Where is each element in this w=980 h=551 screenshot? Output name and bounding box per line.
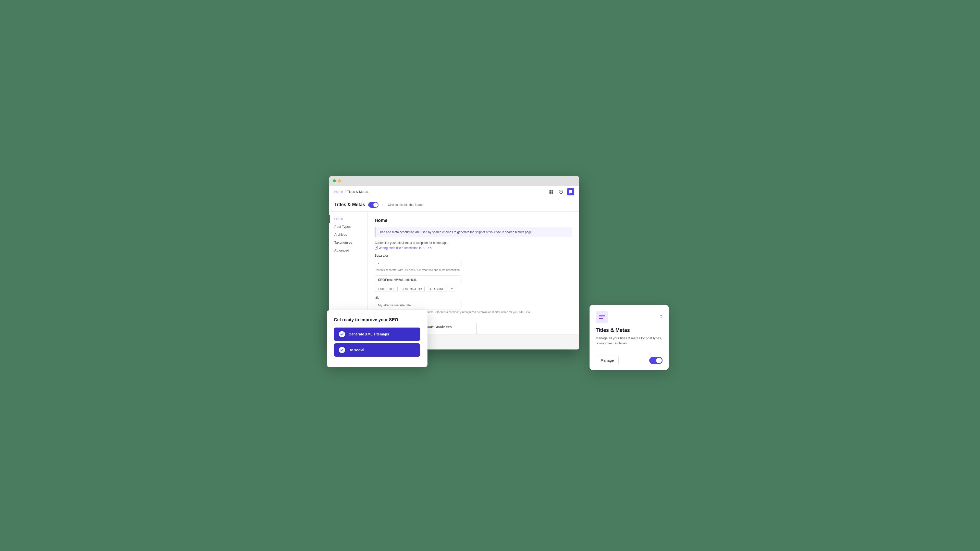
question-mark-icon[interactable]: ?	[660, 314, 662, 320]
breadcrumb: Home / Titles & Metas	[334, 190, 368, 194]
grid-icon[interactable]	[548, 188, 555, 195]
content-heading: Home	[375, 218, 572, 223]
generate-xml-label: Generate XML sitemaps	[348, 332, 389, 336]
wrong-meta-text: Wrong meta title / description in SERP?	[379, 246, 433, 250]
info-box: Title and meta description are used by s…	[375, 227, 572, 237]
be-social-label: Be social	[348, 348, 364, 352]
svg-rect-3	[552, 192, 553, 194]
plus-icon-3: +	[430, 287, 431, 291]
generate-xml-item[interactable]: Generate XML sitemaps	[334, 327, 420, 341]
plus-icon: +	[377, 287, 379, 291]
sidebar-item-taxonomies[interactable]: Taxonomies	[329, 238, 367, 246]
check-icon-2	[339, 347, 345, 353]
svg-rect-1	[552, 190, 553, 192]
card-icon-box	[596, 311, 608, 323]
svg-rect-0	[549, 190, 551, 192]
topbar-icons: ?	[548, 188, 574, 195]
alt-title-label: title	[375, 296, 572, 300]
card-bottom: Manage	[590, 351, 669, 370]
site-title-label: SITE TITLE	[380, 287, 395, 291]
list-icon	[599, 315, 605, 319]
breadcrumb-current: Titles & Metas	[347, 190, 368, 194]
card-description: Manage all your titles & metas for post …	[596, 336, 662, 346]
card-title: Titles & Metas	[596, 327, 662, 333]
toggle-arrow: ←	[382, 203, 385, 206]
help-icon[interactable]: ?	[557, 188, 565, 195]
alt-title-input[interactable]	[375, 301, 461, 310]
svg-rect-2	[549, 192, 551, 194]
svg-text:?: ?	[560, 191, 562, 193]
card-toggle[interactable]	[649, 357, 662, 364]
traffic-light-green[interactable]	[333, 179, 336, 183]
tagline-label: TAGLINE	[432, 287, 444, 291]
separator-group: Separator Use this separator with %%sep%…	[375, 254, 572, 272]
disable-label: Click to disable this feature	[388, 203, 425, 206]
wrong-meta-link[interactable]: Wrong meta title / description in SERP?	[375, 246, 572, 250]
customize-text: Customize your title & meta description …	[375, 241, 572, 245]
title-tags: + SITE TITLE + SEPARATOR + TAGLINE	[375, 286, 572, 292]
page-title: Titles & Metas	[334, 202, 365, 207]
sidebar-item-advanced[interactable]: Advanced	[329, 246, 367, 254]
info-box-text: Title and meta description are used by s…	[380, 230, 533, 234]
sidebar-item-archives[interactable]: Archives	[329, 230, 367, 238]
get-ready-card: Get ready to improve your SEO Generate X…	[327, 310, 428, 367]
topbar: Home / Titles & Metas	[329, 186, 579, 198]
svg-rect-6	[599, 315, 605, 316]
title-field-group: + SITE TITLE + SEPARATOR + TAGLINE	[375, 275, 572, 292]
site-title-tag-btn[interactable]: + SITE TITLE	[375, 286, 398, 292]
more-tags-btn[interactable]: ▾	[449, 286, 455, 292]
feature-toggle[interactable]	[368, 202, 379, 208]
manage-button[interactable]: Manage	[596, 356, 619, 365]
checkmark-icon-1	[340, 332, 344, 336]
plus-icon-2: +	[402, 287, 404, 291]
be-social-item[interactable]: Be social	[334, 343, 420, 357]
svg-rect-8	[599, 318, 603, 319]
separator-help: Use this separator with %%sep%% in your …	[375, 268, 572, 272]
bookmark-icon[interactable]	[567, 188, 574, 195]
sidebar-item-post-types[interactable]: Post Types	[329, 223, 367, 230]
get-ready-title: Get ready to improve your SEO	[334, 318, 420, 322]
titles-metas-card: ? Titles & Metas Manage all your titles …	[590, 305, 669, 370]
separator-input[interactable]	[375, 259, 461, 267]
separator-tag-btn[interactable]: + SEPARATOR	[400, 286, 425, 292]
breadcrumb-home-link[interactable]: Home	[334, 190, 343, 194]
sidebar-item-home[interactable]: Home	[329, 215, 367, 223]
breadcrumb-separator: /	[345, 190, 346, 194]
check-icon-1	[339, 331, 345, 337]
traffic-light-yellow[interactable]	[338, 179, 341, 183]
title-input[interactable]	[375, 275, 461, 284]
separator-label: Separator	[375, 254, 572, 257]
card-icon-row: ?	[596, 311, 662, 323]
page-header: Titles & Metas ← Click to disable this f…	[329, 198, 579, 212]
card-top: ? Titles & Metas Manage all your titles …	[590, 305, 669, 351]
tagline-tag-btn[interactable]: + TAGLINE	[427, 286, 447, 292]
external-link-icon	[375, 246, 378, 249]
separator-tag-label: SEPARATOR	[405, 287, 422, 291]
svg-rect-7	[599, 317, 605, 318]
browser-titlebar	[329, 176, 579, 186]
checkmark-icon-2	[340, 348, 344, 352]
